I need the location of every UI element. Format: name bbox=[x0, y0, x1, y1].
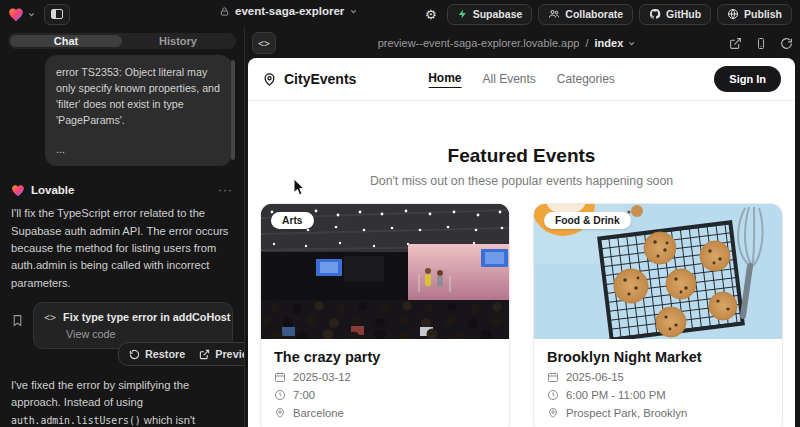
publish-button[interactable]: Publish bbox=[717, 4, 792, 25]
github-button[interactable]: GitHub bbox=[639, 4, 711, 25]
event-image-cookies: Food & Drink bbox=[534, 204, 782, 339]
error-text: error TS2353: Object literal may only sp… bbox=[56, 64, 221, 128]
site-header: CityEvents Home All Events Categories Si… bbox=[248, 58, 795, 101]
chevron-down-icon bbox=[27, 10, 36, 19]
section-subheading: Don't miss out on these popular events h… bbox=[248, 174, 795, 188]
restore-button[interactable]: Restore bbox=[129, 348, 185, 360]
gear-icon: ⚙ bbox=[425, 7, 437, 22]
chat-scrollbar-thumb[interactable] bbox=[231, 60, 235, 160]
assistant-message: Lovable ··· I'll fix the TypeScript erro… bbox=[0, 174, 244, 427]
inline-code: auth.admin.listUsers() bbox=[11, 415, 141, 426]
event-title: The crazy party bbox=[274, 349, 496, 365]
assistant-intro-text: I'll fix the TypeScript error related to… bbox=[11, 205, 233, 292]
preview-panel: <> preview--event-saga-explorer.lovable.… bbox=[245, 28, 800, 427]
event-date: 2025-06-15 bbox=[566, 371, 624, 383]
project-selector[interactable]: event-saga-explorer bbox=[219, 5, 358, 17]
event-card[interactable]: Arts The crazy party 2025-03-12 7:00 Bar… bbox=[260, 203, 510, 427]
error-message-bubble: error TS2353: Object literal may only sp… bbox=[45, 55, 232, 166]
message-menu-button[interactable]: ··· bbox=[218, 183, 233, 197]
assistant-outro-text: I've fixed the error by simplifying the … bbox=[11, 377, 233, 427]
globe-icon bbox=[727, 8, 739, 20]
url-page: index bbox=[595, 37, 624, 49]
external-link-icon bbox=[199, 349, 210, 360]
preview-toolbar: <> preview--event-saga-explorer.lovable.… bbox=[245, 28, 800, 58]
site-nav: Home All Events Categories bbox=[428, 71, 615, 88]
code-icon: <> bbox=[44, 312, 56, 323]
lovable-heart-icon bbox=[8, 7, 24, 22]
lovable-logo-menu[interactable] bbox=[8, 7, 36, 22]
sidebar-panel-icon bbox=[51, 9, 63, 19]
open-in-new-tab-icon[interactable] bbox=[729, 37, 742, 50]
url-selector[interactable]: preview--event-saga-explorer.lovable.app… bbox=[378, 28, 637, 58]
event-location: Prospect Park, Brooklyn bbox=[566, 407, 687, 419]
chevron-down-icon bbox=[627, 39, 636, 48]
sign-in-button[interactable]: Sign In bbox=[714, 66, 781, 92]
map-pin-icon bbox=[262, 72, 277, 87]
event-location: Barcelone bbox=[293, 407, 344, 419]
tab-history[interactable]: History bbox=[122, 35, 234, 47]
github-icon bbox=[649, 8, 661, 20]
refresh-icon[interactable] bbox=[780, 37, 793, 50]
clock-icon bbox=[547, 389, 559, 401]
event-image-conference: Arts bbox=[261, 204, 509, 339]
category-badge: Food & Drink bbox=[544, 212, 631, 229]
project-name: event-saga-explorer bbox=[235, 5, 344, 17]
chat-history-tabs: Chat History bbox=[8, 33, 236, 49]
supabase-bolt-icon bbox=[457, 8, 468, 20]
section-heading: Featured Events bbox=[248, 145, 795, 167]
site-brand[interactable]: CityEvents bbox=[262, 71, 356, 87]
site-preview: CityEvents Home All Events Categories Si… bbox=[248, 58, 795, 427]
event-card[interactable]: Food & Drink Brooklyn Night Market 2025-… bbox=[533, 203, 783, 427]
code-icon: <> bbox=[258, 38, 270, 49]
restore-icon bbox=[129, 349, 140, 360]
featured-section: Featured Events Don't miss out on these … bbox=[248, 145, 795, 427]
nav-home[interactable]: Home bbox=[428, 71, 461, 88]
code-change-title: Fix type type error in addCoHost bbox=[63, 311, 230, 323]
view-code-link[interactable]: View code bbox=[66, 328, 222, 340]
collaborate-button[interactable]: Collaborate bbox=[538, 4, 633, 25]
location-pin-icon bbox=[547, 407, 559, 419]
code-view-button[interactable]: <> bbox=[252, 32, 276, 54]
event-cards: Arts The crazy party 2025-03-12 7:00 Bar… bbox=[248, 203, 795, 427]
topbar-actions: ⚙ Supabase Collaborate GitHub Publish bbox=[421, 4, 792, 25]
calendar-icon bbox=[547, 371, 559, 383]
settings-button[interactable]: ⚙ bbox=[421, 4, 441, 25]
tab-chat[interactable]: Chat bbox=[10, 35, 122, 47]
category-badge: Arts bbox=[271, 212, 314, 229]
toggle-sidebar-button[interactable] bbox=[44, 4, 70, 25]
event-date: 2025-03-12 bbox=[293, 371, 351, 383]
chat-panel: Chat History error TS2353: Object litera… bbox=[0, 28, 245, 427]
mobile-view-icon[interactable] bbox=[755, 37, 767, 50]
clock-icon bbox=[274, 389, 286, 401]
assistant-name: Lovable bbox=[31, 184, 74, 196]
lovable-heart-icon bbox=[11, 184, 25, 197]
event-time: 6:00 PM - 11:00 PM bbox=[566, 389, 666, 401]
message-actions: Restore Preview bbox=[118, 342, 245, 366]
calendar-icon bbox=[274, 371, 286, 383]
preview-button[interactable]: Preview bbox=[199, 348, 245, 360]
app-topbar: event-saga-explorer ⚙ Supabase Collabora… bbox=[0, 0, 800, 28]
nav-categories[interactable]: Categories bbox=[557, 72, 615, 86]
chevron-down-icon bbox=[349, 7, 358, 16]
event-title: Brooklyn Night Market bbox=[547, 349, 769, 365]
supabase-button[interactable]: Supabase bbox=[447, 4, 533, 25]
location-pin-icon bbox=[274, 407, 286, 419]
people-icon bbox=[548, 8, 560, 20]
url-domain: preview--event-saga-explorer.lovable.app bbox=[378, 37, 580, 49]
nav-all-events[interactable]: All Events bbox=[482, 72, 535, 86]
bookmark-icon[interactable] bbox=[11, 313, 24, 328]
lock-icon bbox=[219, 6, 230, 17]
event-time: 7:00 bbox=[293, 389, 315, 401]
truncation-ellipsis: ... bbox=[56, 141, 221, 157]
